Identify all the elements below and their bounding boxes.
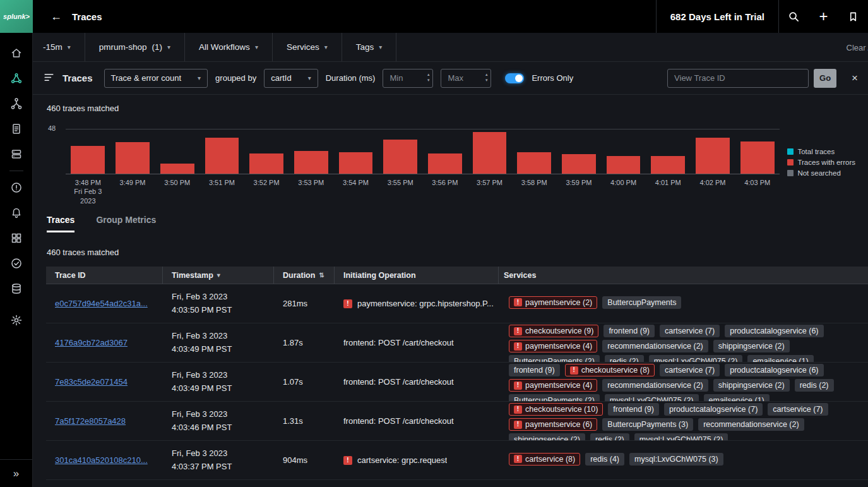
- go-button[interactable]: Go: [814, 69, 836, 88]
- service-badge[interactable]: frontend (9): [509, 364, 560, 376]
- service-badge[interactable]: mysql:LxvGChW075 (2): [649, 355, 743, 362]
- chart-bar[interactable]: [517, 152, 551, 174]
- errors-only-toggle[interactable]: [505, 73, 524, 83]
- col-duration[interactable]: Duration⇅: [274, 267, 335, 284]
- service-badge[interactable]: ButtercupPayments (2): [509, 355, 600, 362]
- trace-id-link[interactable]: e0c757d94e54ad2c31a...: [55, 299, 148, 308]
- service-map-nav-item[interactable]: [0, 91, 33, 116]
- col-services[interactable]: Services: [499, 267, 868, 284]
- clear-all-button[interactable]: Clear All: [847, 42, 868, 52]
- chart-bar[interactable]: [71, 146, 105, 174]
- spin-down-icon[interactable]: ▾: [485, 78, 488, 82]
- service-badge[interactable]: !paymentservice (4): [509, 379, 597, 392]
- service-badge[interactable]: !paymentservice (2): [509, 296, 597, 309]
- environment-dropdown[interactable]: pmrum-shop (1) ▾: [85, 33, 185, 61]
- service-badge[interactable]: mysql:LxvGChW075 (3): [629, 453, 723, 466]
- chart-bar[interactable]: [160, 164, 194, 174]
- col-timestamp[interactable]: Timestamp▾: [163, 267, 274, 284]
- tags-dropdown[interactable]: Tags ▾: [342, 33, 397, 61]
- service-badge[interactable]: cartservice (7): [768, 403, 828, 416]
- services-dropdown[interactable]: Services ▾: [273, 33, 342, 61]
- chart-bar[interactable]: [339, 152, 373, 174]
- service-badge[interactable]: !checkoutservice (10): [509, 403, 603, 416]
- service-badge[interactable]: redis (4): [585, 453, 624, 466]
- synthetics-nav-item[interactable]: [0, 251, 33, 276]
- tab-group-metrics[interactable]: Group Metrics: [96, 215, 156, 232]
- tab-traces[interactable]: Traces: [47, 215, 74, 232]
- alerts-nav-item[interactable]: [0, 200, 33, 225]
- service-badge[interactable]: emailservice (1): [704, 394, 770, 401]
- chart-bar[interactable]: [562, 154, 596, 174]
- workflows-dropdown[interactable]: All Workflows ▾: [185, 33, 273, 61]
- spin-down-icon[interactable]: ▾: [427, 78, 430, 82]
- view-trace-id-input[interactable]: [667, 69, 809, 88]
- log-observer-nav-item[interactable]: [0, 116, 33, 141]
- service-badge[interactable]: redis (2): [795, 379, 834, 392]
- service-badge[interactable]: cartservice (7): [660, 325, 720, 337]
- search-button[interactable]: [779, 0, 809, 33]
- chart-bar[interactable]: [607, 156, 641, 174]
- chart-bar[interactable]: [249, 153, 283, 174]
- max-duration-input[interactable]: [441, 69, 491, 88]
- service-badge[interactable]: !paymentservice (6): [509, 418, 597, 431]
- service-badge[interactable]: ButtercupPayments (2): [509, 394, 600, 401]
- service-badge[interactable]: !paymentservice (4): [509, 340, 597, 352]
- service-badge[interactable]: recommendationservice (2): [602, 379, 708, 392]
- trace-id-link[interactable]: 4176a9cb72ad3067: [55, 338, 128, 347]
- metric-type-dropdown[interactable]: Trace & error count ▾: [104, 69, 208, 88]
- apm-nav-item[interactable]: [0, 66, 33, 91]
- trace-id-link[interactable]: 7a5f172e8057a428: [55, 416, 126, 426]
- stepper-arrows[interactable]: ▴▾: [485, 72, 488, 82]
- chart-bar[interactable]: [116, 142, 150, 174]
- service-badge[interactable]: recommendationservice (2): [602, 340, 708, 352]
- data-management-nav-item[interactable]: [0, 276, 33, 301]
- col-trace-id[interactable]: Trace ID: [46, 267, 163, 284]
- service-badge[interactable]: ButtercupPayments: [602, 296, 681, 309]
- trace-id-link[interactable]: 301ca410a520108c210...: [55, 455, 148, 465]
- service-badge[interactable]: shippingservice (2): [713, 340, 790, 352]
- infrastructure-nav-item[interactable]: [0, 141, 33, 167]
- service-badge[interactable]: emailservice (1): [747, 355, 813, 362]
- bookmark-button[interactable]: [838, 0, 868, 33]
- service-badge[interactable]: mysql:LxvGChW075 (2): [605, 394, 699, 401]
- chart-bar[interactable]: [696, 138, 730, 174]
- settings-nav-item[interactable]: [0, 308, 33, 333]
- service-badge[interactable]: ButtercupPayments (3): [602, 418, 693, 431]
- chart-bar[interactable]: [383, 140, 417, 174]
- service-badge[interactable]: !checkoutservice (8): [565, 364, 655, 376]
- service-badge[interactable]: recommendationservice (2): [698, 418, 804, 431]
- close-icon[interactable]: ×: [852, 72, 858, 85]
- dashboards-nav-item[interactable]: [0, 225, 33, 251]
- add-button[interactable]: +: [809, 0, 838, 33]
- service-badge[interactable]: productcatalogservice (6): [725, 325, 823, 337]
- home-nav-item[interactable]: [0, 40, 33, 66]
- sidebar-expand-button[interactable]: »: [0, 459, 32, 487]
- chart-bar[interactable]: [428, 153, 462, 174]
- incidents-nav-item[interactable]: [0, 175, 33, 200]
- service-badge[interactable]: shippingservice (2): [509, 433, 585, 440]
- spin-up-icon[interactable]: ▴: [427, 72, 430, 76]
- trace-id-link[interactable]: 7e83c5de2e071454: [55, 377, 128, 387]
- spin-up-icon[interactable]: ▴: [485, 72, 488, 76]
- chart-bar[interactable]: [473, 132, 507, 174]
- service-badge[interactable]: productcatalogservice (7): [664, 403, 763, 416]
- service-badge[interactable]: !checkoutservice (9): [509, 325, 598, 337]
- service-badge[interactable]: shippingservice (2): [713, 379, 790, 392]
- service-badge[interactable]: productcatalogservice (6): [725, 364, 823, 376]
- splunk-logo[interactable]: splunk>: [0, 0, 33, 33]
- back-button[interactable]: ←: [51, 10, 62, 23]
- chart-bar[interactable]: [205, 138, 239, 174]
- service-badge[interactable]: !cartservice (8): [509, 453, 580, 466]
- chart-bar[interactable]: [740, 141, 775, 174]
- service-badge[interactable]: redis (2): [590, 433, 629, 440]
- service-badge[interactable]: frontend (9): [603, 325, 655, 337]
- chart-bar[interactable]: [294, 151, 328, 174]
- service-badge[interactable]: mysql:LxvGChW075 (2): [634, 433, 728, 440]
- service-badge[interactable]: redis (2): [605, 355, 644, 362]
- col-initiating-operation[interactable]: Initiating Operation: [335, 267, 499, 284]
- min-duration-input[interactable]: [383, 69, 433, 88]
- stepper-arrows[interactable]: ▴▾: [427, 72, 430, 82]
- service-badge[interactable]: frontend (9): [608, 403, 659, 416]
- group-field-dropdown[interactable]: cartId ▾: [264, 69, 318, 88]
- chart-bar[interactable]: [651, 156, 685, 174]
